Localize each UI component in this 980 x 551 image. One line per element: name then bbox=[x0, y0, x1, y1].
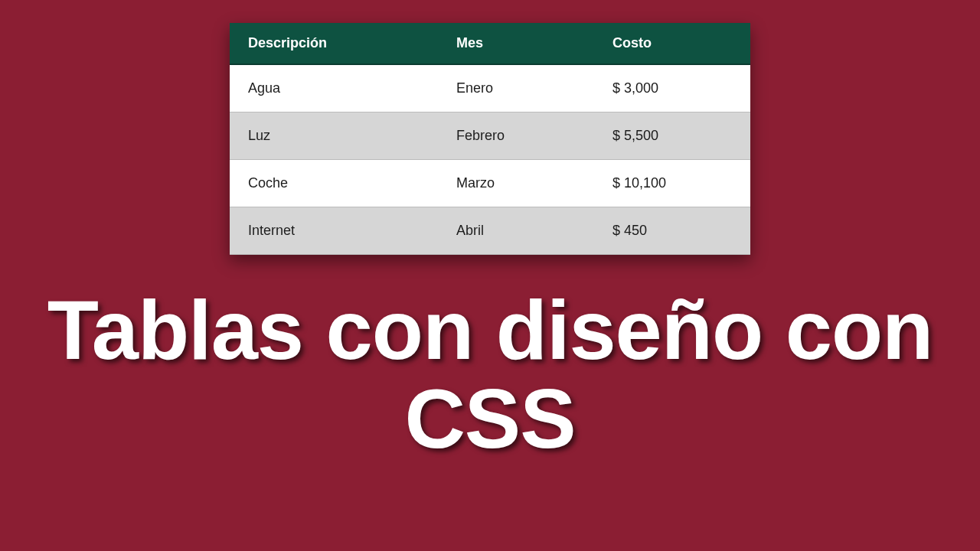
header-month: Mes bbox=[438, 23, 594, 64]
cell-description: Luz bbox=[230, 112, 438, 160]
table-row: Agua Enero $ 3,000 bbox=[230, 64, 750, 112]
cell-month: Marzo bbox=[438, 160, 594, 207]
styled-table-card: Descripción Mes Costo Agua Enero $ 3,000… bbox=[230, 23, 750, 255]
cell-cost: $ 5,500 bbox=[594, 112, 750, 160]
page-title: Tablas con diseño con CSS bbox=[0, 285, 980, 462]
expenses-table: Descripción Mes Costo Agua Enero $ 3,000… bbox=[230, 23, 750, 255]
cell-cost: $ 10,100 bbox=[594, 160, 750, 207]
cell-cost: $ 3,000 bbox=[594, 64, 750, 112]
header-cost: Costo bbox=[594, 23, 750, 64]
cell-description: Agua bbox=[230, 64, 438, 112]
table-row: Coche Marzo $ 10,100 bbox=[230, 160, 750, 207]
cell-description: Internet bbox=[230, 207, 438, 255]
cell-month: Febrero bbox=[438, 112, 594, 160]
cell-month: Enero bbox=[438, 64, 594, 112]
header-description: Descripción bbox=[230, 23, 438, 64]
cell-cost: $ 450 bbox=[594, 207, 750, 255]
cell-month: Abril bbox=[438, 207, 594, 255]
table-row: Luz Febrero $ 5,500 bbox=[230, 112, 750, 160]
cell-description: Coche bbox=[230, 160, 438, 207]
table-header-row: Descripción Mes Costo bbox=[230, 23, 750, 64]
table-row: Internet Abril $ 450 bbox=[230, 207, 750, 255]
